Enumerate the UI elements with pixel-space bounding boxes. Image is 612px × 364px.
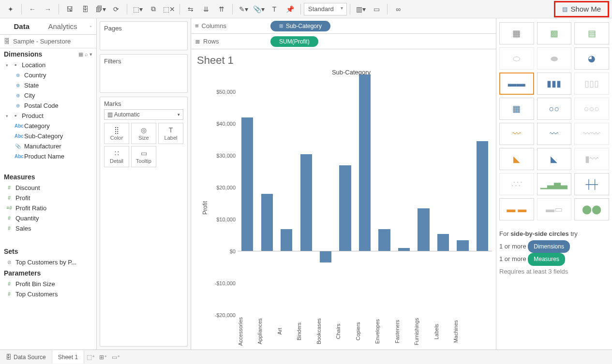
field-country[interactable]: ⊕Country (0, 70, 96, 80)
dimensions-list: ▾⚬Location ⊕Country ⊕State ⊕City ⊕Postal… (0, 60, 96, 171)
viz-area-continuous[interactable]: ◣ (499, 148, 534, 170)
sheet-tabs-footer: 🗄 Data Source Sheet 1 ⬚⁺ ⊞⁺ ▭⁺ (0, 349, 612, 364)
viz-histogram[interactable]: ▁▃▅▃ (537, 173, 572, 195)
pause-auto-icon[interactable]: 🗐▾ (94, 3, 107, 15)
datasource-icon: 🗄 (4, 38, 10, 45)
field-sales[interactable]: #Sales (0, 223, 96, 233)
footer-tab-sheet-1[interactable]: Sheet 1 (52, 350, 84, 364)
plot-area[interactable] (238, 76, 492, 315)
viz-line-discrete[interactable]: 〰 (537, 123, 572, 145)
marks-size-button[interactable]: ◎Size (131, 123, 156, 144)
field-postal-code[interactable]: ⊕Postal Code (0, 101, 96, 111)
forward-icon[interactable]: → (42, 3, 54, 15)
field-param-top-customers[interactable]: #Top Customers (0, 289, 96, 299)
tab-data[interactable]: Data (0, 18, 44, 34)
cards-column: Pages Filters Marks ▥ Automatic▾ ⣿Color … (97, 18, 191, 349)
chart[interactable]: Profit Sub-Category $50,000$40,000$30,00… (200, 69, 492, 348)
viz-heat-map[interactable]: ▩ (537, 22, 572, 44)
viz-dual-line[interactable]: 〰〰 (574, 123, 609, 145)
new-worksheet-icon[interactable]: ⬚▾ (132, 3, 144, 15)
fit-select[interactable]: Standard (304, 3, 347, 15)
viz-horizontal-bar[interactable]: ▬▬ (499, 73, 534, 95)
viz-filled-map[interactable]: ⬬ (537, 47, 572, 70)
field-profit[interactable]: #Profit (0, 193, 96, 203)
field-category[interactable]: AbcCategory (0, 121, 96, 131)
field-quantity[interactable]: #Quantity (0, 213, 96, 223)
viz-text-table[interactable]: ▦ (499, 22, 534, 44)
viz-stacked-bar[interactable]: ▮▮▮ (537, 73, 572, 95)
field-sub-category[interactable]: AbcSub-Category (0, 131, 96, 141)
dimensions-header: Dimensions▦ ⌕ ▾ (0, 48, 96, 60)
refresh-icon[interactable]: ⟳ (110, 3, 122, 15)
viz-side-by-side-circles[interactable]: ○○○ (574, 98, 609, 120)
rows-shelf[interactable]: ≣Rows SUM(Profit) (191, 34, 496, 49)
datasource-item[interactable]: 🗄 Sample - Superstore (0, 35, 96, 48)
field-location[interactable]: ▾⚬Location (0, 60, 96, 70)
sets-header: Sets (0, 246, 96, 257)
viz-side-by-side-bar[interactable]: ▯▯▯ (574, 73, 609, 95)
group-icon[interactable]: 📎▾ (253, 3, 265, 15)
viz-bullet[interactable]: ▬▭ (537, 198, 572, 220)
share-icon[interactable]: ∞ (392, 3, 404, 15)
pages-card[interactable]: Pages (100, 21, 188, 50)
show-cards-icon[interactable]: ▥▾ (355, 3, 367, 15)
viz-symbol-map[interactable]: ⬭ (499, 47, 534, 70)
viz-packed-bubbles[interactable]: ⬤⬤ (574, 198, 609, 220)
viz-highlight-table[interactable]: ▤ (574, 22, 609, 44)
labels-icon[interactable]: T (268, 3, 281, 15)
filters-card[interactable]: Filters (100, 54, 188, 93)
highlight-icon[interactable]: ✎▾ (237, 3, 250, 15)
show-me-panel: ▦ ▩ ▤ ⬭ ⬬ ◕ ▬▬ ▮▮▮ ▯▯▯ ▦ ○○ ○○○ 〰 〰 〰〰 ◣… (496, 18, 612, 349)
new-datasource-icon[interactable]: 🗄 (79, 3, 91, 15)
field-product[interactable]: ▾⚬Product (0, 111, 96, 121)
dimensions-chip: Dimensions (528, 240, 570, 253)
tab-analytics[interactable]: Analytics▫ (44, 18, 97, 34)
viz-dual-combination[interactable]: ▮〰 (574, 148, 609, 170)
marks-label-button[interactable]: TLabel (158, 123, 183, 144)
sheet-title[interactable]: Sheet 1 (197, 54, 491, 67)
duplicate-icon[interactable]: ⧉ (147, 3, 160, 15)
viz-circle-views[interactable]: ○○ (537, 98, 572, 120)
footer-new-worksheet-button[interactable]: ⬚⁺ (84, 354, 97, 361)
field-state[interactable]: ⊕State (0, 80, 96, 90)
marks-detail-button[interactable]: ∷Detail (104, 146, 129, 167)
field-param-profit-bin[interactable]: #Profit Bin Size (0, 279, 96, 289)
show-me-button[interactable]: ▤ Show Me (554, 1, 609, 17)
swap-icon[interactable]: ⇆ (184, 3, 197, 15)
footer-new-dashboard-button[interactable]: ⊞⁺ (97, 354, 109, 361)
columns-pill-sub-category[interactable]: ⊞Sub-Category (270, 21, 330, 31)
measures-list: #Discount #Profit =#Profit Ratio #Quanti… (0, 183, 96, 246)
viz-treemap[interactable]: ▦ (499, 98, 534, 120)
field-manufacturer[interactable]: 📎Manufacturer (0, 141, 96, 151)
viz-gantt[interactable]: ▬ ▬ (499, 198, 534, 220)
columns-shelf[interactable]: ≡Columns ⊞Sub-Category (191, 18, 496, 34)
pin-icon[interactable]: 📌 (284, 3, 296, 15)
show-me-label: Show Me (570, 5, 601, 13)
footer-new-story-button[interactable]: ▭⁺ (109, 354, 122, 361)
save-icon[interactable]: 🖫 (63, 3, 76, 15)
field-set-top-customers[interactable]: ⊘Top Customers by P... (0, 257, 96, 267)
field-discount[interactable]: #Discount (0, 183, 96, 193)
clear-sheet-icon[interactable]: ⬚✕ (163, 3, 175, 15)
field-product-name[interactable]: AbcProduct Name (0, 151, 96, 161)
back-icon[interactable]: ← (26, 3, 39, 15)
marks-color-button[interactable]: ⣿Color (104, 123, 129, 144)
field-profit-ratio[interactable]: =#Profit Ratio (0, 203, 96, 213)
field-city[interactable]: ⊕City (0, 90, 96, 101)
rows-pill-sum-profit[interactable]: SUM(Profit) (270, 36, 318, 47)
sort-desc-icon[interactable]: ⇈ (215, 3, 228, 15)
viz-area-discrete[interactable]: ◣ (537, 148, 572, 170)
sort-asc-icon[interactable]: ⇊ (200, 3, 212, 15)
marks-type-select[interactable]: ▥ Automatic▾ (104, 109, 183, 120)
marks-tooltip-button[interactable]: ▭Tooltip (131, 146, 156, 167)
viz-pie[interactable]: ◕ (574, 47, 609, 70)
viz-box-plot[interactable]: ┼┼ (574, 173, 609, 195)
measures-header: Measures (0, 171, 96, 183)
marks-card-title: Marks (104, 100, 183, 107)
presentation-icon[interactable]: ▭ (370, 3, 383, 15)
footer-tab-data-source[interactable]: 🗄 Data Source (0, 351, 52, 364)
viz-line-continuous[interactable]: 〰 (499, 123, 534, 145)
tableau-logo-icon[interactable]: ✦ (4, 3, 17, 15)
viz-scatter[interactable]: ∴∵ (499, 173, 534, 195)
measures-chip: Measures (528, 253, 565, 266)
